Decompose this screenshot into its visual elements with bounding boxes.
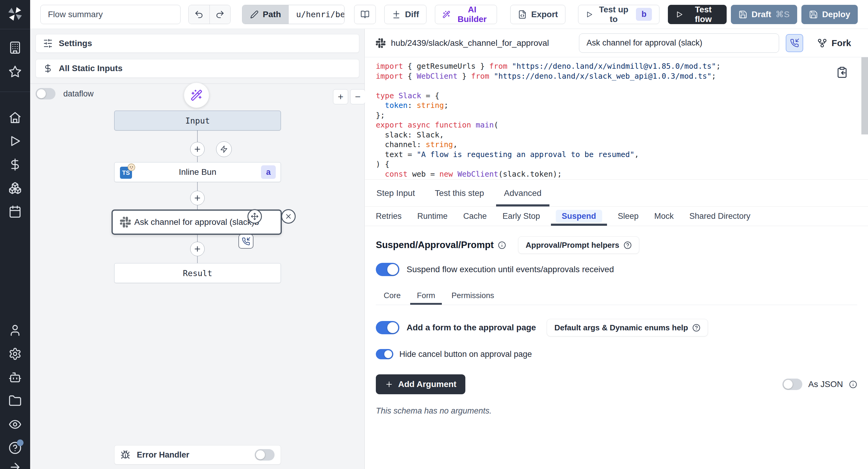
editor-scrollbar[interactable] bbox=[861, 57, 868, 134]
ai-builder-button[interactable]: AI Builder bbox=[435, 5, 497, 24]
subtab-mock[interactable]: Mock bbox=[650, 207, 679, 226]
home-icon[interactable] bbox=[8, 111, 22, 124]
windmill-logo[interactable] bbox=[6, 5, 24, 23]
suspend-phone-badge[interactable] bbox=[239, 234, 253, 249]
ai-builder-label: AI Builder bbox=[455, 5, 490, 24]
redo-button[interactable] bbox=[210, 5, 230, 24]
subtab-sleep[interactable]: Sleep bbox=[613, 207, 644, 226]
suspend-section: Suspend/Approval/Prompt Approval/Prompt … bbox=[365, 226, 868, 426]
help-circle-icon bbox=[624, 241, 632, 249]
insert-step-button[interactable] bbox=[190, 242, 205, 256]
users-icon[interactable] bbox=[8, 324, 22, 337]
test-up-to-button[interactable]: Test up to b bbox=[578, 5, 659, 24]
zoom-in-button[interactable]: + bbox=[333, 89, 348, 104]
undo-button[interactable] bbox=[189, 5, 210, 24]
tab-permissions[interactable]: Permissions bbox=[445, 286, 501, 305]
subtab-suspend[interactable]: Suspend bbox=[551, 207, 607, 226]
plus-icon bbox=[385, 380, 393, 388]
sidebar-divider bbox=[0, 29, 30, 29]
error-handler-card: Error Handler bbox=[114, 445, 281, 465]
flow-node-inline-bun-label: Inline Bun bbox=[179, 167, 216, 177]
save-icon bbox=[809, 10, 818, 19]
step-id-badge-a: a bbox=[261, 165, 276, 179]
path-value[interactable]: u/henri/ben bbox=[289, 5, 344, 24]
help-notification-dot bbox=[17, 439, 24, 446]
subtab-shared-directory[interactable]: Shared Directory bbox=[684, 207, 755, 226]
variables-dollar-icon[interactable] bbox=[8, 158, 22, 171]
app-sidebar bbox=[0, 0, 30, 469]
flow-settings-button[interactable]: Settings bbox=[36, 34, 359, 53]
dataflow-toggle[interactable] bbox=[36, 88, 56, 99]
default-args-help-button[interactable]: Default args & Dynamic enums help bbox=[547, 319, 708, 336]
help-icon[interactable] bbox=[8, 441, 22, 455]
trigger-zap-button[interactable] bbox=[216, 142, 232, 157]
tab-form[interactable]: Form bbox=[410, 286, 442, 305]
wand-sparkles-icon bbox=[190, 89, 203, 101]
tab-advanced[interactable]: Advanced bbox=[496, 180, 550, 207]
tab-core[interactable]: Core bbox=[377, 286, 407, 305]
flow-node-result-label: Result bbox=[183, 269, 213, 278]
runs-play-icon[interactable] bbox=[8, 134, 22, 148]
help-circle-icon bbox=[692, 324, 701, 332]
slack-icon bbox=[120, 217, 131, 227]
tab-test-this-step[interactable]: Test this step bbox=[427, 180, 492, 207]
step-tabs: Step Input Test this step Advanced bbox=[365, 180, 868, 207]
suspend-phone-indicator-button[interactable] bbox=[786, 34, 803, 52]
flow-node-inline-bun[interactable]: TS Inline Bun a bbox=[114, 162, 281, 182]
add-form-toggle[interactable] bbox=[376, 321, 399, 334]
add-argument-button[interactable]: Add Argument bbox=[376, 374, 465, 394]
clipboard-paste-icon bbox=[836, 66, 848, 79]
add-argument-label: Add Argument bbox=[398, 379, 456, 389]
all-static-inputs-button[interactable]: All Static Inputs bbox=[36, 59, 359, 78]
ai-flow-wand-button[interactable] bbox=[184, 83, 209, 108]
hub-script-path: hub/2439/slack/ask_channel_for_approval bbox=[391, 38, 549, 48]
hide-cancel-toggle[interactable] bbox=[376, 349, 393, 359]
subtab-runtime[interactable]: Runtime bbox=[412, 207, 453, 226]
suspend-heading: Suspend/Approval/Prompt bbox=[376, 240, 494, 250]
flow-node-result[interactable]: Result bbox=[114, 263, 281, 283]
code-editor[interactable]: import { getResumeUrls } from "https://d… bbox=[365, 57, 868, 180]
as-json-toggle[interactable] bbox=[782, 379, 802, 390]
audit-eye-icon[interactable] bbox=[8, 418, 22, 431]
error-handler-label: Error Handler bbox=[137, 450, 248, 460]
copy-code-button[interactable] bbox=[836, 66, 848, 79]
file-export-icon bbox=[518, 10, 527, 19]
subtab-cache[interactable]: Cache bbox=[458, 207, 492, 226]
collapse-arrow-icon[interactable] bbox=[8, 461, 22, 469]
close-icon bbox=[284, 213, 292, 220]
move-step-button[interactable] bbox=[247, 209, 262, 224]
workspace-icon[interactable] bbox=[8, 41, 22, 54]
favorites-star-icon[interactable] bbox=[8, 65, 22, 79]
phone-incoming-icon bbox=[790, 39, 799, 48]
schedules-calendar-icon[interactable] bbox=[8, 205, 22, 218]
error-handler-toggle[interactable] bbox=[255, 449, 275, 461]
advanced-subtabs: Retries Runtime Cache Early Stop Suspend… bbox=[365, 207, 868, 226]
wand-sparkles-icon bbox=[442, 10, 450, 19]
insert-step-button[interactable] bbox=[190, 142, 205, 156]
subtab-early-stop[interactable]: Early Stop bbox=[498, 207, 545, 226]
flow-node-input[interactable]: Input bbox=[114, 111, 281, 130]
diff-button[interactable]: Diff bbox=[384, 5, 427, 24]
insert-step-button[interactable] bbox=[190, 191, 205, 205]
zoom-out-button[interactable]: − bbox=[350, 89, 365, 104]
draft-button[interactable]: Draft ⌘S bbox=[731, 5, 797, 24]
step-name-input[interactable] bbox=[579, 33, 779, 53]
fork-button[interactable]: Fork bbox=[817, 38, 851, 48]
flow-settings-label: Settings bbox=[59, 39, 92, 48]
subtab-retries[interactable]: Retries bbox=[371, 207, 407, 226]
suspend-flow-toggle[interactable] bbox=[376, 263, 399, 276]
resources-boxes-icon[interactable] bbox=[8, 182, 22, 195]
settings-gear-icon[interactable] bbox=[8, 347, 22, 361]
delete-step-button[interactable] bbox=[281, 209, 296, 224]
workers-bot-icon[interactable] bbox=[8, 371, 22, 384]
export-button[interactable]: Export bbox=[510, 5, 565, 24]
folders-icon[interactable] bbox=[8, 394, 22, 408]
deploy-button[interactable]: Deploy bbox=[801, 5, 858, 24]
hide-cancel-label: Hide cancel button on approval page bbox=[399, 350, 532, 359]
docs-book-button[interactable] bbox=[354, 5, 376, 24]
flow-summary-input[interactable] bbox=[40, 5, 181, 24]
tab-step-input[interactable]: Step Input bbox=[369, 180, 423, 207]
path-edit-button[interactable]: Path bbox=[242, 5, 289, 24]
test-flow-button[interactable]: Test flow bbox=[668, 5, 727, 24]
approval-prompt-helpers-button[interactable]: Approval/Prompt helpers bbox=[518, 236, 639, 254]
